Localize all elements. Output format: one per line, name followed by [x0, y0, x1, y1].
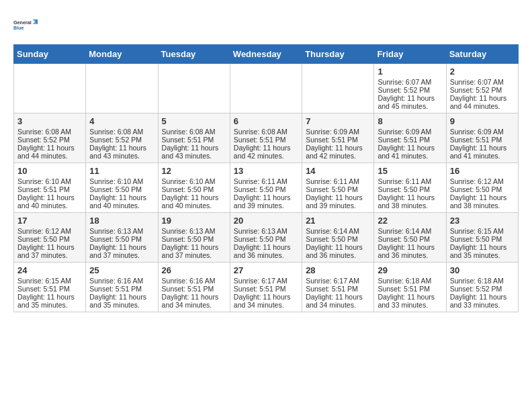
day-info: Sunset: 5:51 PM — [234, 285, 298, 293]
day-info: Sunrise: 6:09 AM — [306, 128, 370, 136]
day-number: 8 — [378, 116, 442, 126]
day-number: 24 — [17, 265, 82, 275]
weekday-header: Saturday — [446, 45, 518, 64]
svg-text:General: General — [13, 19, 32, 26]
day-info: Sunset: 5:50 PM — [450, 235, 515, 243]
day-info: Sunrise: 6:08 AM — [17, 128, 82, 136]
logo-icon: General Blue — [13, 13, 38, 38]
calendar-cell: 6Sunrise: 6:08 AMSunset: 5:51 PMDaylight… — [230, 113, 302, 163]
day-number: 16 — [450, 166, 515, 176]
day-info: Sunset: 5:50 PM — [234, 185, 298, 193]
weekday-header: Wednesday — [230, 45, 302, 64]
calendar-cell: 15Sunrise: 6:11 AMSunset: 5:50 PMDayligh… — [374, 163, 446, 213]
day-info: Sunset: 5:52 PM — [450, 86, 515, 94]
day-info: Daylight: 11 hours and 41 minutes. — [378, 144, 442, 160]
day-info: Sunset: 5:50 PM — [378, 185, 442, 193]
day-number: 3 — [17, 116, 82, 126]
day-info: Sunrise: 6:08 AM — [234, 128, 298, 136]
day-info: Daylight: 11 hours and 34 minutes. — [234, 293, 298, 309]
calendar-cell: 3Sunrise: 6:08 AMSunset: 5:52 PMDaylight… — [14, 113, 86, 163]
day-number: 19 — [162, 216, 226, 226]
calendar-cell: 28Sunrise: 6:17 AMSunset: 5:51 PMDayligh… — [302, 263, 374, 312]
day-info: Sunrise: 6:15 AM — [17, 277, 82, 285]
day-number: 17 — [17, 216, 82, 226]
day-info: Sunrise: 6:07 AM — [378, 78, 442, 86]
day-number: 1 — [378, 66, 442, 77]
day-info: Sunrise: 6:17 AM — [306, 277, 370, 285]
day-info: Sunset: 5:51 PM — [17, 185, 82, 193]
weekday-header: Sunday — [14, 45, 86, 64]
day-info: Daylight: 11 hours and 42 minutes. — [306, 144, 370, 160]
calendar-cell: 19Sunrise: 6:13 AMSunset: 5:50 PMDayligh… — [158, 213, 230, 263]
day-info: Sunrise: 6:12 AM — [450, 177, 515, 185]
calendar-cell: 29Sunrise: 6:18 AMSunset: 5:51 PMDayligh… — [374, 263, 446, 312]
calendar-cell: 7Sunrise: 6:09 AMSunset: 5:51 PMDaylight… — [302, 113, 374, 163]
day-number: 12 — [162, 166, 226, 176]
logo: General Blue — [13, 13, 38, 38]
day-info: Daylight: 11 hours and 36 minutes. — [378, 243, 442, 259]
weekday-header: Thursday — [302, 45, 374, 64]
day-number: 5 — [162, 116, 226, 126]
calendar-cell — [86, 64, 158, 113]
day-info: Daylight: 11 hours and 36 minutes. — [306, 243, 370, 259]
calendar-cell: 10Sunrise: 6:10 AMSunset: 5:51 PMDayligh… — [14, 163, 86, 213]
day-info: Sunrise: 6:10 AM — [89, 177, 154, 185]
calendar-week-row: 24Sunrise: 6:15 AMSunset: 5:51 PMDayligh… — [14, 263, 519, 312]
calendar-cell: 22Sunrise: 6:14 AMSunset: 5:50 PMDayligh… — [374, 213, 446, 263]
svg-text:Blue: Blue — [13, 25, 24, 31]
day-number: 26 — [162, 265, 226, 275]
calendar-cell: 1Sunrise: 6:07 AMSunset: 5:52 PMDaylight… — [374, 64, 446, 113]
day-info: Sunset: 5:51 PM — [306, 285, 370, 293]
page-header: General Blue — [13, 13, 519, 38]
day-number: 15 — [378, 166, 442, 176]
calendar-cell — [302, 64, 374, 113]
calendar-week-row: 1Sunrise: 6:07 AMSunset: 5:52 PMDaylight… — [14, 64, 519, 113]
day-info: Sunrise: 6:18 AM — [450, 277, 515, 285]
day-info: Daylight: 11 hours and 33 minutes. — [378, 293, 442, 309]
calendar-cell: 17Sunrise: 6:12 AMSunset: 5:50 PMDayligh… — [14, 213, 86, 263]
day-info: Sunrise: 6:12 AM — [17, 227, 82, 235]
day-info: Daylight: 11 hours and 40 minutes. — [17, 193, 82, 210]
day-info: Daylight: 11 hours and 43 minutes. — [162, 144, 226, 160]
day-info: Sunrise: 6:14 AM — [306, 227, 370, 235]
day-info: Sunrise: 6:13 AM — [234, 227, 298, 235]
day-info: Sunset: 5:50 PM — [162, 185, 226, 193]
calendar-cell: 30Sunrise: 6:18 AMSunset: 5:52 PMDayligh… — [446, 263, 518, 312]
day-info: Daylight: 11 hours and 38 minutes. — [450, 193, 515, 210]
day-info: Sunset: 5:50 PM — [378, 235, 442, 243]
calendar-cell — [230, 64, 302, 113]
day-info: Sunset: 5:51 PM — [378, 285, 442, 293]
day-info: Daylight: 11 hours and 44 minutes. — [450, 94, 515, 110]
weekday-header: Monday — [86, 45, 158, 64]
calendar-table: SundayMondayTuesdayWednesdayThursdayFrid… — [13, 44, 519, 312]
calendar-cell: 11Sunrise: 6:10 AMSunset: 5:50 PMDayligh… — [86, 163, 158, 213]
calendar-cell: 27Sunrise: 6:17 AMSunset: 5:51 PMDayligh… — [230, 263, 302, 312]
day-info: Sunrise: 6:10 AM — [17, 177, 82, 185]
day-info: Sunrise: 6:15 AM — [450, 227, 515, 235]
day-number: 7 — [306, 116, 370, 126]
day-info: Sunrise: 6:13 AM — [162, 227, 226, 235]
calendar-cell: 25Sunrise: 6:16 AMSunset: 5:51 PMDayligh… — [86, 263, 158, 312]
day-number: 22 — [378, 216, 442, 226]
day-number: 30 — [450, 265, 515, 275]
day-info: Sunrise: 6:16 AM — [89, 277, 154, 285]
calendar-cell: 23Sunrise: 6:15 AMSunset: 5:50 PMDayligh… — [446, 213, 518, 263]
day-info: Daylight: 11 hours and 36 minutes. — [234, 243, 298, 259]
day-info: Daylight: 11 hours and 33 minutes. — [450, 293, 515, 309]
day-info: Sunset: 5:50 PM — [89, 235, 154, 243]
day-info: Daylight: 11 hours and 39 minutes. — [306, 193, 370, 210]
calendar-cell: 16Sunrise: 6:12 AMSunset: 5:50 PMDayligh… — [446, 163, 518, 213]
day-info: Sunrise: 6:07 AM — [450, 78, 515, 86]
calendar-header-row: SundayMondayTuesdayWednesdayThursdayFrid… — [14, 45, 519, 64]
day-info: Sunrise: 6:13 AM — [89, 227, 154, 235]
day-info: Sunrise: 6:09 AM — [450, 128, 515, 136]
calendar-cell — [158, 64, 230, 113]
calendar-cell: 14Sunrise: 6:11 AMSunset: 5:50 PMDayligh… — [302, 163, 374, 213]
day-info: Daylight: 11 hours and 38 minutes. — [378, 193, 442, 210]
day-info: Daylight: 11 hours and 40 minutes. — [89, 193, 154, 210]
calendar-cell: 26Sunrise: 6:16 AMSunset: 5:51 PMDayligh… — [158, 263, 230, 312]
day-info: Sunset: 5:51 PM — [17, 285, 82, 293]
day-number: 2 — [450, 66, 515, 77]
day-info: Sunrise: 6:08 AM — [89, 128, 154, 136]
day-info: Daylight: 11 hours and 35 minutes. — [450, 243, 515, 259]
